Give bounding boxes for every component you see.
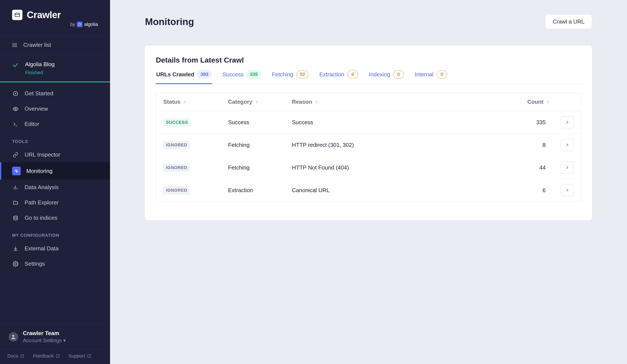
- tab-fetching[interactable]: Fetching52: [271, 70, 309, 84]
- sidebar-item-go-to-indices[interactable]: Go to indices: [0, 210, 110, 226]
- status-pill: IGNORED: [163, 163, 190, 172]
- compass-icon: [12, 91, 19, 96]
- sidebar-item-label: Get Started: [25, 90, 53, 97]
- brand: Crawler by algolia: [0, 0, 110, 35]
- user-area: Crawler Team Account Settings ▾ Docs Fee…: [0, 324, 110, 364]
- sidebar-item-url-inspector[interactable]: URL Inspector: [0, 147, 110, 162]
- sort-icon: [183, 100, 187, 104]
- table-row: IGNOREDExtractionCanonical URL6: [156, 179, 581, 201]
- sidebar-item-monitoring[interactable]: Monitoring: [0, 162, 110, 180]
- tab-label: Indexing: [369, 71, 390, 78]
- col-count[interactable]: Count: [503, 98, 550, 105]
- chevron-right-icon: [565, 142, 570, 147]
- account-settings-label: Account Settings ▾: [23, 337, 66, 344]
- tab-count-badge: 52: [296, 70, 309, 79]
- svg-point-16: [14, 216, 17, 217]
- sort-icon: [546, 100, 550, 104]
- sidebar-item-path-explorer[interactable]: Path Explorer: [0, 195, 110, 210]
- project-selector[interactable]: Algolia Blog Finished: [0, 54, 110, 82]
- tab-label: Extraction: [319, 71, 344, 78]
- sidebar-item-overview[interactable]: Overview: [0, 101, 110, 116]
- expand-row-button[interactable]: [561, 116, 574, 128]
- cell-category: Extraction: [228, 187, 292, 194]
- download-icon: [12, 246, 19, 251]
- cell-reason: Success: [292, 119, 503, 126]
- cell-count: 335: [503, 119, 550, 126]
- nav-section-tools: TOOLS: [0, 132, 110, 147]
- sidebar-item-data-analysis[interactable]: Data Analysis: [0, 180, 110, 195]
- tab-label: Success: [222, 71, 244, 78]
- project-name: Algolia Blog: [25, 61, 54, 68]
- tab-internal[interactable]: Internal0: [414, 70, 448, 84]
- chevron-right-icon: [565, 188, 570, 192]
- crawler-list-label: Crawler list: [23, 42, 51, 48]
- details-panel: Details from Latest Crawl URLs Crawled39…: [145, 46, 592, 220]
- results-table: Status Category Reason: [156, 93, 581, 202]
- list-icon: [12, 42, 18, 48]
- chevron-right-icon: [565, 165, 570, 170]
- tab-success[interactable]: Success335: [222, 70, 261, 84]
- tab-count-badge: 335: [247, 70, 261, 79]
- table-header: Status Category Reason: [156, 93, 581, 111]
- sidebar-item-get-started[interactable]: Get Started: [0, 86, 110, 101]
- footer-links: Docs Feedback Support: [0, 349, 110, 364]
- panel-title: Details from Latest Crawl: [156, 56, 581, 64]
- cell-reason: Canonical URL: [292, 187, 503, 194]
- tab-urls-crawled[interactable]: URLs Crawled393: [156, 70, 212, 84]
- status-pill: IGNORED: [163, 186, 190, 194]
- cell-count: 6: [503, 187, 550, 194]
- sidebar-item-label: Settings: [25, 261, 45, 267]
- expand-row-button[interactable]: [561, 162, 574, 174]
- tabs: URLs Crawled393Success335Fetching52Extra…: [156, 70, 581, 84]
- sidebar-item-settings[interactable]: Settings: [0, 256, 110, 272]
- brand-vendor: algolia: [84, 22, 98, 27]
- cell-category: Fetching: [228, 142, 292, 148]
- cell-category: Success: [228, 119, 292, 126]
- sidebar-item-editor[interactable]: Editor: [0, 116, 110, 132]
- col-category[interactable]: Category: [228, 98, 292, 105]
- feedback-link[interactable]: Feedback: [33, 353, 60, 359]
- docs-link[interactable]: Docs: [7, 353, 24, 359]
- crawl-url-button[interactable]: Crawl a URL: [545, 14, 592, 29]
- svg-point-17: [15, 263, 16, 265]
- col-reason[interactable]: Reason: [292, 98, 503, 105]
- tab-label: Internal: [415, 71, 433, 78]
- external-link-icon: [56, 354, 60, 358]
- svg-point-11: [15, 108, 16, 110]
- table-row: IGNOREDFetchingHTTP Not Found (404)44: [156, 156, 581, 179]
- sidebar-item-label: Go to indices: [25, 215, 57, 221]
- svg-point-18: [12, 335, 14, 337]
- cell-count: 8: [503, 142, 550, 148]
- svg-point-7: [13, 45, 13, 45]
- sidebar-item-label: Data Analysis: [25, 184, 59, 191]
- chevron-right-icon: [565, 120, 570, 125]
- brand-by: by: [70, 22, 75, 27]
- svg-point-6: [13, 43, 13, 44]
- page-title: Monitoring: [145, 16, 194, 27]
- sidebar-item-label: External Data: [25, 245, 59, 252]
- tab-indexing[interactable]: Indexing0: [368, 70, 404, 84]
- check-icon: [12, 62, 19, 68]
- col-status[interactable]: Status: [163, 98, 228, 105]
- external-link-icon: [20, 354, 24, 358]
- terminal-icon: [12, 121, 19, 127]
- cell-reason: HTTP redirect (301, 302): [292, 142, 503, 148]
- avatar-icon: [9, 332, 18, 342]
- sidebar-item-label: Editor: [25, 121, 39, 128]
- cell-reason: HTTP Not Found (404): [292, 164, 503, 171]
- sidebar-item-label: Path Explorer: [25, 199, 59, 206]
- external-link-icon: [87, 354, 91, 358]
- tab-count-badge: 0: [436, 70, 447, 79]
- nav: Get Started Overview Editor TOOLS URL I: [0, 82, 110, 324]
- expand-row-button[interactable]: [561, 184, 574, 196]
- support-link[interactable]: Support: [68, 353, 91, 359]
- account-menu[interactable]: Crawler Team Account Settings ▾: [0, 324, 110, 349]
- tab-count-badge: 393: [197, 70, 212, 79]
- sidebar-item-external-data[interactable]: External Data: [0, 241, 110, 256]
- tab-extraction[interactable]: Extraction6: [319, 70, 359, 84]
- cell-category: Fetching: [228, 164, 292, 171]
- main: Monitoring Crawl a URL Details from Late…: [110, 0, 627, 364]
- expand-row-button[interactable]: [561, 139, 574, 151]
- crawler-list-link[interactable]: Crawler list: [0, 36, 110, 54]
- svg-marker-10: [15, 92, 17, 94]
